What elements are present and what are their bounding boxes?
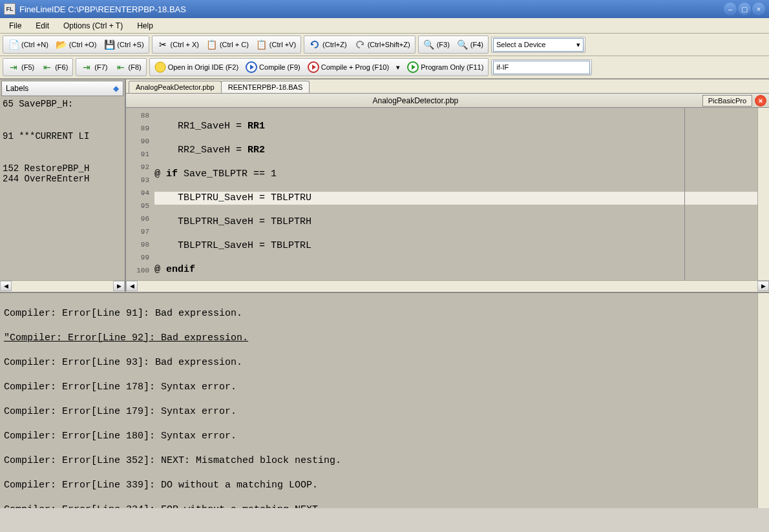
window-controls: – ▢ ×: [724, 3, 765, 15]
tab-analogpeak[interactable]: AnalogPeakDetector.pbp: [129, 81, 222, 93]
indent-f8-button[interactable]: ⇤(F8): [112, 59, 145, 75]
indent-f5-button[interactable]: ⇥(F5): [5, 59, 37, 75]
tab-reenterpbp[interactable]: REENTERPBP-18.BAS: [221, 81, 310, 93]
open-label: (Ctrl +O): [69, 41, 96, 48]
editor-tabs: AnalogPeakDetector.pbp REENTERPBP-18.BAS: [126, 79, 769, 94]
sidebar: Labels ◆ 65 SavePBP_H: 91 ***CURRENT LI …: [0, 79, 126, 292]
menu-options[interactable]: Options (Ctrl + T): [57, 19, 129, 32]
paste-label: (Ctrl +V): [269, 41, 296, 48]
save-label: (Ctrl +S): [117, 41, 143, 48]
cut-button[interactable]: ✂(Ctrl + X): [154, 37, 202, 52]
titlebar: FL FineLineIDE C:\PBP\REENTERPBP-18.BAS …: [0, 0, 769, 18]
scroll-right-icon[interactable]: ▶: [757, 281, 769, 291]
device-select-text: Select a Device: [496, 41, 545, 48]
menubar: File Edit Options (Ctrl + T) Help: [0, 18, 769, 34]
f6-label: (F6): [55, 63, 68, 71]
menu-edit[interactable]: Edit: [29, 19, 56, 32]
f5-label: (F5): [21, 63, 34, 71]
sidebar-header-label: Labels: [6, 84, 28, 93]
scroll-left-icon[interactable]: ◀: [0, 281, 12, 291]
output-line: "Compiler: Error[Line 92]: Bad expressio…: [4, 331, 765, 345]
scroll-track[interactable]: [12, 281, 113, 292]
sidebar-body[interactable]: 65 SavePBP_H: 91 ***CURRENT LI 152 Resto…: [0, 97, 125, 280]
menu-file[interactable]: File: [3, 19, 28, 32]
output-line: Compiler: Error[Line 179]: Syntax error.: [4, 405, 765, 418]
indent-icon: ⇥: [81, 61, 92, 73]
toolbar-row-2: ⇥(F5) ⇤(F6) ⇥(F7) ⇤(F8) Open in Origi ID…: [0, 56, 769, 79]
program-only-label: Program Only (F11): [421, 63, 483, 71]
paste-icon: 📋: [256, 39, 268, 50]
file-header-title: AnalogPeakDetector.pbp: [129, 96, 702, 105]
close-button[interactable]: ×: [752, 3, 765, 15]
diamond-icon: ◆: [113, 84, 119, 93]
device-select[interactable]: Select a Device ▾: [493, 38, 584, 52]
redo-button[interactable]: (Ctrl+Shift+Z): [351, 37, 414, 52]
menu-help[interactable]: Help: [131, 19, 160, 32]
code-viewport[interactable]: 88 89 90 91 92 93 94 95 96 97 98 99 100 …: [126, 108, 769, 280]
open-folder-icon: 📂: [56, 39, 67, 50]
compile-button[interactable]: Compile (F9): [242, 59, 304, 75]
find-button[interactable]: 🔍(F3): [420, 37, 453, 52]
svg-point-0: [155, 62, 165, 72]
sidebar-header[interactable]: Labels ◆: [1, 81, 123, 96]
open-button[interactable]: 📂(Ctrl +O): [52, 37, 100, 52]
f8-label: (F8): [129, 63, 142, 71]
output-line: Compiler: Error[Line 93]: Bad expression…: [4, 356, 765, 369]
editor-guide-line: [684, 108, 685, 280]
undo-label: (Ctrl+Z): [322, 41, 347, 48]
maximize-button[interactable]: ▢: [738, 3, 751, 15]
indent-f6-button[interactable]: ⇤(F6): [38, 59, 71, 75]
outdent-icon: ⇤: [115, 61, 127, 73]
undo-button[interactable]: (Ctrl+Z): [306, 37, 350, 52]
sidebar-hscroll[interactable]: ◀ ▶: [0, 280, 125, 292]
chevron-down-icon: ▾: [396, 63, 400, 72]
search-icon: 🔍: [423, 39, 435, 50]
indent-right-icon: ⇤: [41, 61, 53, 73]
replace-button[interactable]: 🔍(F4): [454, 37, 487, 52]
output-line: Compiler: Error[Line 352]: NEXT: Mismatc…: [4, 454, 765, 467]
editor-hscroll[interactable]: ◀ ▶: [126, 280, 769, 292]
output-line: Compiler: Error[Line 91]: Bad expression…: [4, 307, 765, 320]
scroll-track[interactable]: [138, 281, 757, 292]
window-title: FineLineIDE C:\PBP\REENTERPBP-18.BAS: [19, 5, 724, 14]
workspace: Labels ◆ 65 SavePBP_H: 91 ***CURRENT LI …: [0, 79, 769, 292]
editor-area: AnalogPeakDetector.pbp REENTERPBP-18.BAS…: [126, 79, 769, 292]
open-origi-button[interactable]: Open in Origi IDE (F2): [151, 59, 242, 75]
cut-icon: ✂: [157, 39, 169, 50]
program-only-button[interactable]: Program Only (F11): [404, 59, 487, 75]
open-origi-label: Open in Origi IDE (F2): [168, 63, 238, 71]
scroll-left-icon[interactable]: ◀: [126, 281, 138, 291]
scroll-right-icon[interactable]: ▶: [113, 281, 125, 291]
undo-icon: [309, 39, 321, 50]
indent-f7-button[interactable]: ⇥(F7): [78, 59, 111, 75]
new-button[interactable]: 📄(Ctrl +N): [5, 37, 52, 52]
copy-button[interactable]: 📋(Ctrl + C): [203, 37, 252, 52]
output-line: Compiler: Error[Line 180]: Syntax error.: [4, 429, 765, 443]
f7-label: (F7): [94, 63, 107, 71]
compile-prog-dropdown[interactable]: ▾: [393, 61, 403, 74]
close-file-button[interactable]: ×: [755, 95, 766, 107]
circle-yellow-icon: [154, 61, 166, 73]
output-panel[interactable]: Compiler: Error[Line 91]: Bad expression…: [0, 292, 769, 508]
dropdown-icon: ▾: [576, 41, 580, 49]
output-vscroll[interactable]: [757, 293, 769, 508]
current-line: TBLPTRU_SaveH = TBLPTRU: [154, 192, 757, 205]
sidebar-line: 65 SavePBP_H:: [3, 99, 122, 109]
save-button[interactable]: 💾(Ctrl +S): [100, 37, 147, 52]
minimize-button[interactable]: –: [724, 3, 737, 15]
if-input[interactable]: [493, 61, 590, 74]
indent-left-icon: ⇥: [8, 61, 19, 73]
output-line: Compiler: Error[Line 334]: FOR without a…: [4, 503, 765, 508]
compile-prog-button[interactable]: Compile + Prog (F10): [304, 59, 392, 75]
sidebar-line: 152 RestorePBP_H: [3, 163, 122, 174]
code-body[interactable]: RR1_SaveH = RR1 RR2_SaveH = RR2 @ if Sav…: [152, 108, 757, 280]
search-replace-icon: 🔍: [457, 39, 469, 50]
code-gutter: 88 89 90 91 92 93 94 95 96 97 98 99 100: [126, 108, 152, 280]
new-file-icon: 📄: [8, 39, 19, 50]
new-label: (Ctrl +N): [21, 41, 48, 48]
cut-label: (Ctrl + X): [171, 41, 199, 48]
paste-button[interactable]: 📋(Ctrl +V): [253, 37, 299, 52]
output-line: Compiler: Error[Line 178]: Syntax error.: [4, 380, 765, 394]
editor-vscroll[interactable]: [757, 108, 769, 280]
redo-icon: [354, 39, 366, 50]
